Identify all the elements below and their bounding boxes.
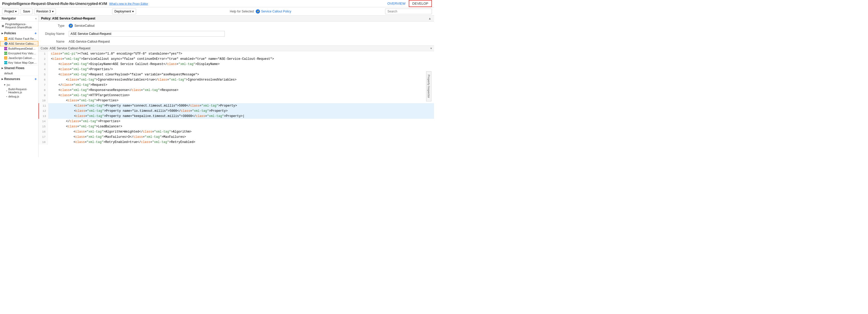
- resource-item[interactable]: ▪debug.js: [0, 94, 38, 99]
- policy-item[interactable]: RFASE Raise Fault Request: [0, 36, 38, 41]
- triangle-icon: ▸: [4, 83, 6, 86]
- default-item[interactable]: default: [0, 71, 38, 76]
- resources-section[interactable]: ▸ Resources +: [0, 76, 38, 82]
- code-line[interactable]: 7 </class="xml-tag">Request>: [38, 82, 434, 88]
- line-number: 17: [38, 134, 48, 140]
- code-line[interactable]: 1class="xml-pi"><?xml version="1.0" enco…: [38, 51, 434, 57]
- code-line[interactable]: 17 <class="xml-tag">MaxFailures>3</class…: [38, 134, 434, 140]
- line-number: 7: [38, 82, 48, 88]
- code-label: Code: [40, 46, 48, 50]
- code-line[interactable]: 8 <class="xml-tag">Response>aseResponse<…: [38, 88, 434, 93]
- policy-type-icon: KV: [4, 61, 7, 64]
- code-chevron-down-icon[interactable]: ▾: [430, 46, 432, 50]
- code-line[interactable]: 15 <class="xml-tag">LoadBalancer>: [38, 124, 434, 129]
- toolbar-right: [385, 8, 432, 14]
- code-line[interactable]: 5 <class="xml-tag">Request clearPayload=…: [38, 72, 434, 77]
- code-body[interactable]: 1class="xml-pi"><?xml version="1.0" enco…: [38, 51, 434, 157]
- collapse-icon[interactable]: «: [35, 17, 37, 20]
- line-content: <class="xml-tag">IgnoreUnresolvedVariabl…: [48, 77, 434, 82]
- code-line[interactable]: 10 <class="xml-tag">Properties>: [38, 98, 434, 103]
- overview-button[interactable]: OVERVIEW: [384, 1, 409, 6]
- name-row: Name ASE-Service-Callout-Request: [44, 40, 429, 43]
- add-policy-icon[interactable]: +: [35, 31, 37, 35]
- code-line[interactable]: 4 <class="xml-tag">Properties/>: [38, 67, 434, 72]
- type-value: ⚡ ServiceCallout: [69, 24, 94, 28]
- name-value: ASE-Service-Callout-Request: [69, 40, 110, 43]
- code-line[interactable]: 9 <class="xml-tag">HTTPTargetConnection>: [38, 93, 434, 98]
- deployment-dropdown[interactable]: Deployment ▾: [112, 8, 136, 14]
- policy-item[interactable]: ⚡ASE Service Callout-Request: [0, 41, 38, 46]
- policy-item[interactable]: JSJavaScript-Callout-Build-Header...: [0, 56, 38, 60]
- line-content: class="xml-pi"><?xml version="1.0" encod…: [48, 51, 434, 57]
- develop-button[interactable]: DEVELOP: [409, 0, 432, 7]
- resources-label: Resources: [4, 77, 20, 81]
- policy-item-label: ASE Raise Fault Request: [8, 37, 37, 40]
- chevron-down-icon: ▾: [52, 10, 54, 13]
- display-name-input[interactable]: [69, 31, 225, 37]
- line-content: <class="xml-tag">Property name="connect.…: [49, 103, 434, 108]
- search-input[interactable]: [385, 8, 432, 14]
- code-line[interactable]: 6 <class="xml-tag">IgnoreUnresolvedVaria…: [38, 77, 434, 82]
- policies-section-header[interactable]: ▸ Policies +: [0, 30, 38, 36]
- code-line[interactable]: 2<class="xml-tag">ServiceCallout async="…: [38, 57, 434, 62]
- code-line[interactable]: 14 </class="xml-tag">Properties>: [38, 119, 434, 124]
- line-content: <class="xml-tag">Properties/>: [48, 67, 434, 72]
- policy-item[interactable]: KVEncrypted Key Value Map Opera...: [0, 51, 38, 56]
- line-number: 9: [38, 93, 48, 98]
- triangle-right-icon: ▸: [2, 31, 3, 35]
- service-callout-icon: ⚡: [256, 9, 260, 13]
- service-callout-link[interactable]: ⚡ Service Callout Policy: [256, 9, 291, 13]
- triangle-right-icon: ▸: [2, 66, 3, 70]
- project-dropdown[interactable]: Project ▾: [2, 8, 19, 14]
- policy-panel: Policy: ASE Service Callout-Request ▲ Ty…: [38, 15, 434, 46]
- code-line[interactable]: 18 <class="xml-tag">RetryEnabled>true</c…: [38, 140, 434, 145]
- code-header: Code ASE Service Callout-Request ▾: [38, 46, 434, 51]
- code-line[interactable]: 16 <class="xml-tag">Algorithm>Weighted</…: [38, 129, 434, 134]
- policy-panel-header: Policy: ASE Service Callout-Request ▲: [38, 15, 434, 22]
- proxy-name-label: PingIntelligence-Request-SharedRule: [5, 23, 37, 29]
- line-number: 12: [39, 108, 49, 114]
- policy-item-label: ASE Service Callout-Request: [8, 42, 36, 45]
- revision-dropdown[interactable]: Revision 3 ▾: [34, 8, 56, 14]
- chevron-up-icon[interactable]: ▲: [428, 16, 431, 20]
- policy-item[interactable]: KVKey Value Map Operations Requ...: [0, 60, 38, 65]
- line-number: 13: [39, 114, 49, 119]
- code-area: Code ASE Service Callout-Request ▾ 1clas…: [38, 46, 434, 157]
- main-layout: Navigator « ▣ PingIntelligence-Request-S…: [0, 15, 434, 157]
- proxy-name-item[interactable]: ▣ PingIntelligence-Request-SharedRule: [0, 22, 38, 30]
- chevron-down-icon: ▾: [132, 10, 134, 13]
- line-number: 18: [38, 140, 48, 145]
- property-inspector-tab[interactable]: Property Inspector: [426, 71, 431, 101]
- policy-item-label: Key Value Map Operations Requ...: [8, 61, 37, 64]
- line-number: 3: [38, 62, 48, 67]
- top-header: PingIntelligence-Request-Shared-Rule-No-…: [0, 0, 434, 7]
- line-content: </class="xml-tag">Request>: [48, 82, 434, 88]
- whats-new-link[interactable]: What's new in the Proxy Editor: [109, 2, 148, 5]
- resource-item[interactable]: ▪Build-Request-Headers.js: [0, 87, 38, 94]
- help-text: Help for Selected: [230, 10, 254, 13]
- code-header-left: Code ASE Service Callout-Request: [40, 46, 90, 50]
- file-icon: ▪: [6, 89, 7, 92]
- code-line[interactable]: 12 <class="xml-tag">Property name="io.ti…: [38, 108, 434, 114]
- code-line[interactable]: 11 <class="xml-tag">Property name="conne…: [38, 103, 434, 108]
- display-name-row: Display Name: [44, 31, 429, 37]
- add-resource-icon[interactable]: +: [35, 77, 37, 81]
- policy-type-icon: AM: [4, 47, 7, 50]
- policy-panel-title: Policy: ASE Service Callout-Request: [41, 16, 95, 20]
- code-line[interactable]: 3 <class="xml-tag">DisplayName>ASE Servi…: [38, 62, 434, 67]
- display-name-label: Display Name: [44, 32, 65, 36]
- sidebar: Navigator « ▣ PingIntelligence-Request-S…: [0, 15, 38, 157]
- line-number: 16: [38, 129, 48, 134]
- type-icon: ⚡: [69, 24, 73, 28]
- resource-group[interactable]: ▸jsc: [0, 82, 38, 87]
- name-label: Name: [44, 40, 65, 43]
- code-lines: 1class="xml-pi"><?xml version="1.0" enco…: [38, 51, 434, 145]
- save-button[interactable]: Save: [21, 8, 32, 14]
- policy-type-icon: JS: [4, 57, 7, 60]
- code-line[interactable]: 13 <class="xml-tag">Property name="keepa…: [38, 114, 434, 119]
- shared-flows-section[interactable]: ▸ Shared Flows: [0, 65, 38, 71]
- policy-item[interactable]: AMBuildRequestDetailMessage-Ass...: [0, 46, 38, 51]
- top-header-left: PingIntelligence-Request-Shared-Rule-No-…: [2, 2, 148, 6]
- line-number: 14: [38, 119, 48, 124]
- policy-form: Type ⚡ ServiceCallout Display Name Name …: [38, 22, 434, 45]
